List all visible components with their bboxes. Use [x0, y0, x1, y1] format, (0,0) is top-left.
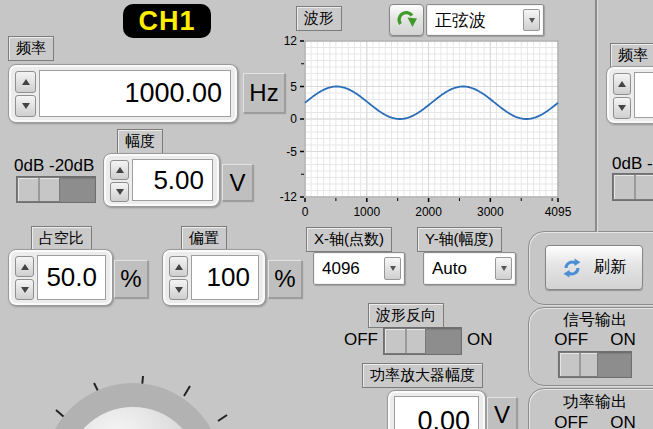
chevron-down-icon [501, 266, 507, 271]
offset-label: 偏置 [181, 226, 227, 251]
offset-unit: % [268, 260, 302, 298]
up-arrow-icon [175, 264, 183, 270]
x-axis-selected-value: 4096 [322, 253, 360, 284]
signal-generator-panel: { "ch1": { "badge": "CH1", "frequency": … [0, 0, 653, 429]
waveform-select[interactable]: 正弦波 [426, 4, 544, 36]
channel-badge: CH1 [123, 4, 211, 38]
frequency-control: 1000.00 [8, 64, 238, 123]
amplitude-input[interactable]: 5.00 [132, 159, 213, 201]
frequency-decrement-button[interactable] [15, 95, 36, 117]
power-output-onoff-labels: OFF ON [540, 413, 650, 429]
waveform-dropdown-button[interactable] [523, 9, 540, 31]
amplitude-decrement-button[interactable] [110, 182, 129, 202]
chevron-down-icon [529, 18, 535, 23]
refresh-button-label: 刷新 [594, 257, 626, 278]
down-arrow-icon [22, 103, 30, 109]
switch-knob [559, 352, 598, 377]
frequency-increment-button[interactable] [15, 71, 36, 93]
waveform-label: 波形 [296, 6, 342, 31]
amplitude-increment-button[interactable] [110, 160, 129, 180]
y-axis-dropdown-button[interactable] [495, 257, 512, 280]
duty-cycle-label: 占空比 [31, 226, 92, 251]
svg-text:12: 12 [284, 34, 298, 48]
svg-text:2000: 2000 [415, 205, 442, 219]
up-arrow-icon [21, 264, 29, 270]
offset-increment-button[interactable] [169, 256, 188, 277]
up-arrow-icon [22, 79, 30, 85]
duty-decrement-button[interactable] [15, 279, 34, 300]
switch-knob [384, 328, 426, 354]
up-arrow-icon [618, 81, 626, 87]
switch-knob [613, 174, 653, 200]
down-arrow-icon [175, 287, 183, 293]
up-arrow-icon [116, 167, 124, 173]
signal-output-label: 信号输出 [540, 310, 650, 331]
switch-knob [17, 177, 60, 202]
attenuation-switch[interactable] [16, 176, 96, 203]
ch2-attenuation-label: 0dB -20dB [612, 154, 653, 174]
duty-cycle-control: 50.0 [8, 249, 113, 306]
offset-spinner [169, 256, 188, 300]
offset-decrement-button[interactable] [169, 279, 188, 300]
ch2-frequency-spinner [613, 73, 631, 119]
svg-text:1000: 1000 [353, 205, 380, 219]
svg-text:5: 5 [290, 80, 297, 94]
invert-switch[interactable] [383, 327, 462, 355]
down-arrow-icon [21, 287, 29, 293]
frequency-input[interactable]: 1000.00 [39, 70, 231, 117]
svg-text:-12: -12 [280, 190, 298, 204]
svg-text:0: 0 [302, 205, 309, 219]
duty-cycle-unit: % [114, 260, 148, 298]
offset-control: 100 [162, 249, 266, 306]
ch2-decrement-button[interactable] [613, 97, 631, 119]
power-amp-control: 0.00 [387, 390, 486, 429]
duty-cycle-spinner [15, 256, 34, 300]
duty-increment-button[interactable] [15, 256, 34, 277]
signal-output-onoff-labels: OFF ON [540, 330, 650, 350]
off-label: OFF [554, 413, 588, 429]
green-curved-arrow-icon [397, 10, 417, 30]
x-axis-select[interactable]: 4096 [313, 252, 405, 285]
attenuation-label: 0dB -20dB [14, 156, 94, 176]
y-axis-label: Y-轴(幅度) [417, 227, 502, 252]
ch2-frequency-label: 频率 [610, 43, 653, 68]
waveform-chart: 1250-5-1201000200030004095 [276, 34, 568, 222]
frequency-spinner [15, 71, 36, 117]
ch2-frequency-input[interactable] [634, 72, 653, 118]
y-axis-select[interactable]: Auto [423, 252, 516, 285]
ch2-attenuation-switch[interactable] [612, 173, 653, 201]
frequency-label: 频率 [8, 36, 54, 61]
amplitude-spinner [110, 160, 129, 202]
ch2-increment-button[interactable] [613, 73, 631, 95]
off-label: OFF [554, 330, 588, 350]
x-axis-dropdown-button[interactable] [384, 257, 401, 280]
svg-text:4095: 4095 [545, 205, 572, 219]
waveform-selected-value: 正弦波 [435, 5, 486, 35]
invert-on-label: ON [467, 330, 493, 350]
x-axis-label: X-轴(点数) [306, 227, 392, 252]
svg-text:0: 0 [290, 112, 297, 126]
duty-cycle-input[interactable]: 50.0 [37, 255, 106, 300]
y-axis-selected-value: Auto [432, 253, 467, 284]
svg-text:3000: 3000 [477, 205, 504, 219]
power-amp-label: 功率放大器幅度 [362, 363, 483, 388]
amplitude-control: 5.00 [103, 153, 220, 207]
down-arrow-icon [618, 105, 626, 111]
invert-label: 波形反向 [368, 303, 444, 328]
ch2-frequency-control [606, 66, 653, 124]
refresh-button[interactable]: 刷新 [545, 245, 643, 290]
invert-off-label: OFF [344, 330, 378, 350]
power-output-label: 功率输出 [540, 392, 650, 413]
apply-waveform-button[interactable] [389, 4, 424, 36]
power-amp-unit: V [487, 397, 517, 429]
down-arrow-icon [116, 189, 124, 195]
amplitude-unit: V [222, 164, 253, 201]
offset-input[interactable]: 100 [191, 255, 259, 300]
signal-output-switch[interactable] [558, 351, 632, 378]
on-label: ON [610, 413, 636, 429]
power-amp-input[interactable]: 0.00 [394, 396, 479, 429]
amplitude-label: 幅度 [117, 129, 163, 154]
channel-divider [595, 0, 597, 232]
output-level-knob[interactable] [18, 358, 258, 429]
chevron-down-icon [390, 266, 396, 271]
